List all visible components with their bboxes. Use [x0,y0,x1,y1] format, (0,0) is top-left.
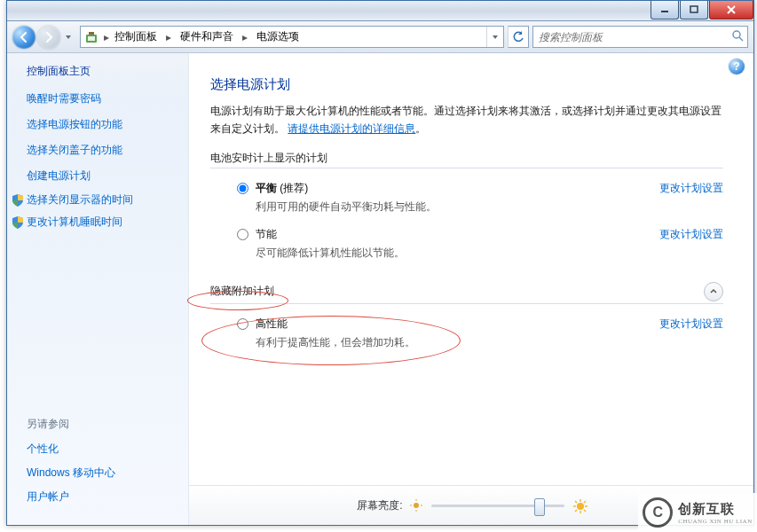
breadcrumb-item[interactable]: 控制面板 [109,27,162,46]
brightness-label: 屏幕亮度: [357,498,402,513]
see-also-section: 另请参阅 个性化 Windows 移动中心 用户帐户 [27,417,186,509]
see-also-link[interactable]: Windows 移动中心 [27,461,186,485]
search-box[interactable] [532,26,748,48]
page-description: 电源计划有助于最大化计算机的性能或者节能。通过选择计划来将其激活，或选择计划并通… [210,102,723,138]
sidebar-link[interactable]: 选择关闭盖子的功能 [27,137,188,163]
svg-rect-4 [89,32,94,35]
hidden-plans-heading: 隐藏附加计划 [210,284,274,299]
see-also-link[interactable]: 个性化 [27,437,186,461]
collapse-toggle[interactable] [704,282,723,301]
svg-rect-0 [661,11,668,12]
sun-dim-icon [410,499,422,512]
plan-radio-balanced[interactable] [237,183,248,194]
breadcrumb-item[interactable]: 硬件和声音 [175,27,239,46]
svg-point-5 [733,31,740,38]
svg-rect-3 [88,36,95,41]
plan-name: 节能 [256,227,723,242]
page-title: 选择电源计划 [210,76,723,93]
chevron-right-icon: ▸ [239,27,251,47]
sidebar-link[interactable]: 更改计算机睡眠时间 [27,215,122,230]
see-also-heading: 另请参阅 [27,417,186,432]
address-bar[interactable]: ▸ 控制面板 ▸ 硬件和声音 ▸ 电源选项 [80,26,504,48]
nav-back-button[interactable] [12,26,35,49]
svg-line-6 [739,37,743,41]
sidebar-link[interactable]: 唤醒时需要密码 [27,86,188,112]
minimize-button[interactable] [651,1,679,20]
maximize-button[interactable] [680,1,708,20]
svg-line-19 [584,501,586,503]
svg-rect-1 [690,6,698,12]
sidebar-link[interactable]: 选择关闭显示器的时间 [27,192,133,207]
svg-line-17 [575,501,577,503]
change-plan-link[interactable]: 更改计划设置 [659,181,723,196]
sidebar-link[interactable]: 创建电源计划 [27,163,188,189]
plan-group-heading: 电池安时计上显示的计划 [210,151,723,168]
breadcrumb-item[interactable]: 电源选项 [251,27,304,46]
search-icon[interactable] [731,29,744,44]
plan-name: 高性能 [256,317,723,332]
search-input[interactable] [537,30,731,44]
svg-point-12 [577,503,584,510]
watermark-text: 创新互联 [678,501,752,518]
sidebar: 控制面板主页 唤醒时需要密码 选择电源按钮的功能 选择关闭盖子的功能 创建电源计… [7,53,189,525]
power-plan-row: 平衡 (推荐) 利用可用的硬件自动平衡功耗与性能。 更改计划设置 [237,181,723,215]
watermark-subtext: CHUANG XIN HU LIAN [678,518,752,525]
shield-icon [11,193,25,207]
chevron-right-icon: ▸ [162,27,175,47]
plan-description: 利用可用的硬件自动平衡功耗与性能。 [256,200,723,215]
plan-name: 平衡 (推荐) [256,181,723,196]
nav-toolbar: ▸ 控制面板 ▸ 硬件和声音 ▸ 电源选项 [7,21,753,53]
change-plan-link[interactable]: 更改计划设置 [659,227,723,242]
sidebar-home-link[interactable]: 控制面板主页 [27,64,188,79]
address-dropdown[interactable] [486,27,503,47]
power-plan-row: 节能 尽可能降低计算机性能以节能。 更改计划设置 [237,227,723,261]
power-plan-row: 高性能 有利于提高性能，但会增加功耗。 更改计划设置 [237,317,723,350]
more-info-link[interactable]: 请提供电源计划的详细信息 [288,122,415,135]
nav-forward-button[interactable] [37,26,60,49]
help-icon[interactable]: ? [729,59,745,74]
plan-radio-saver[interactable] [237,229,248,240]
svg-point-7 [414,503,419,508]
plan-description: 尽可能降低计算机性能以节能。 [256,246,723,261]
control-panel-icon [84,30,99,44]
window-titlebar [7,1,753,21]
see-also-link[interactable]: 用户帐户 [27,485,186,509]
watermark-logo-icon: C [643,497,673,528]
brightness-slider[interactable] [431,497,564,513]
refresh-button[interactable] [508,26,529,48]
plan-radio-high-perf[interactable] [237,318,248,330]
change-plan-link[interactable]: 更改计划设置 [659,317,723,332]
close-button[interactable] [709,1,753,20]
sun-bright-icon [573,499,586,512]
nav-history-dropdown[interactable] [62,26,75,49]
sidebar-link[interactable]: 选择电源按钮的功能 [27,112,188,137]
watermark: C 创新互联 CHUANG XIN HU LIAN [638,493,757,532]
plan-description: 有利于提高性能，但会增加功耗。 [256,335,723,350]
svg-line-20 [575,510,577,512]
svg-line-18 [584,510,586,512]
shield-icon [11,215,25,230]
content-area: ? 选择电源计划 电源计划有助于最大化计算机的性能或者节能。通过选择计划来将其激… [189,53,753,525]
